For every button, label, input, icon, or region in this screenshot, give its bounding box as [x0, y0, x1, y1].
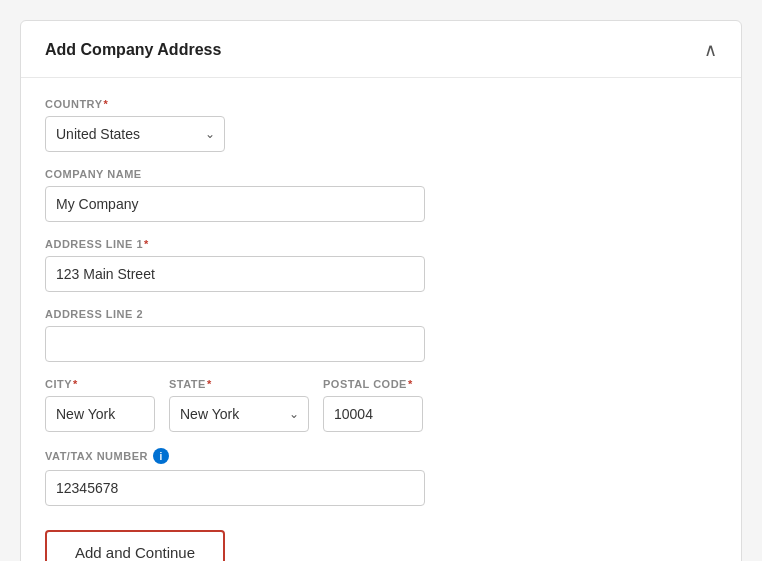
add-company-address-card: Add Company Address ∧ COUNTRY* United St…	[20, 20, 742, 561]
country-field-group: COUNTRY* United States Canada United Kin…	[45, 98, 717, 152]
state-label: STATE*	[169, 378, 309, 390]
address2-input[interactable]	[45, 326, 425, 362]
state-select-wrapper: New York California Texas Florida Illino…	[169, 396, 309, 432]
company-name-field-group: COMPANY NAME	[45, 168, 717, 222]
company-name-input[interactable]	[45, 186, 425, 222]
vat-info-icon[interactable]: i	[153, 448, 169, 464]
postal-field-group: POSTAL CODE*	[323, 378, 423, 432]
address1-input[interactable]	[45, 256, 425, 292]
company-name-label: COMPANY NAME	[45, 168, 717, 180]
state-select[interactable]: New York California Texas Florida Illino…	[169, 396, 309, 432]
state-field-group: STATE* New York California Texas Florida…	[169, 378, 309, 432]
add-and-continue-button[interactable]: Add and Continue	[45, 530, 225, 561]
card-title: Add Company Address	[45, 41, 221, 59]
country-select[interactable]: United States Canada United Kingdom Aust…	[45, 116, 225, 152]
postal-input[interactable]	[323, 396, 423, 432]
country-select-wrapper: United States Canada United Kingdom Aust…	[45, 116, 225, 152]
vat-input[interactable]	[45, 470, 425, 506]
city-field-group: CITY*	[45, 378, 155, 432]
card-header: Add Company Address ∧	[21, 21, 741, 78]
country-label: COUNTRY*	[45, 98, 717, 110]
address1-label: ADDRESS LINE 1*	[45, 238, 717, 250]
address1-field-group: ADDRESS LINE 1*	[45, 238, 717, 292]
postal-label: POSTAL CODE*	[323, 378, 423, 390]
city-state-postal-group: CITY* STATE* New York California Texas F…	[45, 378, 717, 432]
collapse-icon[interactable]: ∧	[704, 39, 717, 61]
vat-label: VAT/TAX NUMBER	[45, 450, 148, 462]
city-label: CITY*	[45, 378, 155, 390]
vat-label-row: VAT/TAX NUMBER i	[45, 448, 717, 464]
address2-field-group: ADDRESS LINE 2	[45, 308, 717, 362]
card-body: COUNTRY* United States Canada United Kin…	[21, 78, 741, 561]
vat-field-group: VAT/TAX NUMBER i	[45, 448, 717, 506]
city-input[interactable]	[45, 396, 155, 432]
address2-label: ADDRESS LINE 2	[45, 308, 717, 320]
